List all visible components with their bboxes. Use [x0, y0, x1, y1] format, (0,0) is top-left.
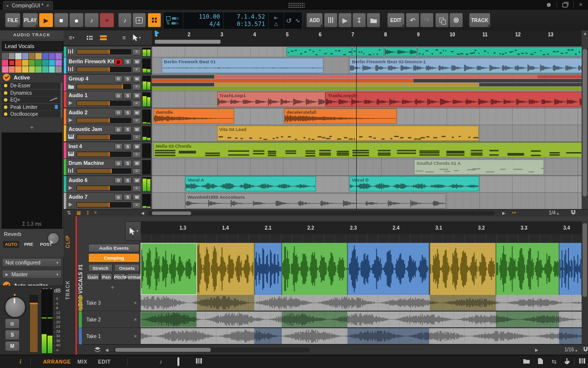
color-swatch[interactable]: [35, 53, 42, 59]
track-menu-button[interactable]: ≡: [132, 101, 141, 107]
track-solo-button[interactable]: S: [123, 109, 132, 116]
record-button[interactable]: ●: [69, 13, 84, 27]
volume-fader[interactable]: [29, 295, 38, 353]
track-volume-fader[interactable]: [76, 84, 131, 89]
comp-segment[interactable]: [430, 243, 496, 295]
color-swatch[interactable]: [42, 53, 49, 59]
track-row[interactable]: Audio 7SM≡: [64, 193, 152, 209]
view-tab-arrange[interactable]: ARRANGE: [43, 359, 71, 365]
comp-segment[interactable]: [496, 243, 560, 295]
track-arm-button[interactable]: [114, 58, 122, 65]
loop-cell[interactable]: ↺ ∿: [284, 12, 302, 29]
device-active-led[interactable]: [4, 91, 7, 95]
track-mute-button[interactable]: M: [133, 92, 141, 99]
take-remove-icon[interactable]: ×: [134, 334, 137, 339]
track-solo-button[interactable]: S: [123, 160, 132, 167]
clip[interactable]: Mella 03 Chords: [153, 142, 588, 158]
color-swatch[interactable]: [35, 60, 42, 66]
track-menu-icon[interactable]: ≡▾: [66, 33, 77, 43]
take-comp-region[interactable]: [197, 295, 254, 311]
record-add-button[interactable]: +: [99, 13, 114, 27]
track-mute-button[interactable]: M: [133, 109, 141, 116]
editor-vscrollbar[interactable]: [582, 221, 588, 344]
device-row[interactable]: De-Esser: [1, 82, 60, 89]
color-swatch[interactable]: [22, 53, 28, 59]
clip[interactable]: Berlin Firework Beat 01: [162, 58, 323, 73]
take-comp-region[interactable]: [282, 312, 347, 327]
take-label[interactable]: Take 3×: [82, 295, 141, 311]
transport-mode-icons[interactable]: ⇅: [164, 12, 183, 29]
comp-segment[interactable]: [347, 243, 429, 295]
track-row[interactable]: Acoustic JamSM≡: [64, 125, 152, 141]
info-icon[interactable]: i: [20, 358, 21, 366]
track-volume-fader[interactable]: [76, 202, 131, 208]
take-comp-region[interactable]: [347, 328, 429, 344]
undo-button[interactable]: ↶: [406, 13, 419, 27]
single-panel-icon[interactable]: [177, 358, 179, 365]
track-arm-button[interactable]: [114, 76, 122, 82]
track-solo-button[interactable]: S: [123, 177, 132, 184]
color-swatch[interactable]: [9, 60, 15, 66]
device-row[interactable]: EQ+: [1, 97, 60, 103]
play-follow-icon[interactable]: ▶: [502, 211, 505, 215]
view-tab-mix[interactable]: MIX: [77, 359, 87, 365]
color-swatch[interactable]: [29, 60, 35, 66]
track-arm-button[interactable]: [114, 109, 122, 116]
clip[interactable]: deceleratefall: [284, 108, 397, 124]
add-device-button[interactable]: +: [0, 124, 64, 131]
instrument-panel-icon[interactable]: [579, 358, 585, 364]
device-row[interactable]: Dynamics: [1, 90, 60, 96]
snap-magnet-icon[interactable]: [583, 347, 588, 353]
clip[interactable]: dwindle: [153, 108, 235, 124]
track-row[interactable]: Berlin Firework KitSM≡: [64, 57, 152, 74]
take-label[interactable]: Take 2×: [82, 312, 141, 328]
file-menu-button[interactable]: FILE: [5, 13, 21, 27]
clip[interactable]: [417, 47, 588, 56]
color-swatch[interactable]: [42, 60, 49, 66]
automation-curve-icon[interactable]: ∿: [295, 17, 300, 24]
touch-mode-icon[interactable]: [564, 358, 570, 366]
punch-in-icon[interactable]: ⇤: [274, 15, 278, 21]
io-swap-icon[interactable]: ⇆: [552, 358, 557, 365]
clip[interactable]: Soulful Chords 01 A: [414, 159, 544, 175]
tempo-cell[interactable]: 110.00 4/4: [183, 12, 223, 29]
device-list-scrollbar[interactable]: [61, 82, 62, 118]
clip[interactable]: Berlin Firework Beat 02-bounce-1: [349, 58, 588, 73]
layers-icon[interactable]: [95, 347, 100, 353]
compare-icon[interactable]: ⇅: [67, 210, 71, 215]
device-active-led[interactable]: [4, 84, 7, 87]
pan-knob[interactable]: [4, 296, 26, 318]
track-solo-button[interactable]: S: [123, 92, 132, 99]
clip[interactable]: Vita 04 Lead: [217, 126, 479, 141]
tab-close-icon[interactable]: ×: [46, 3, 49, 8]
layer-audio-events-button[interactable]: Audio Events: [88, 244, 140, 252]
track-volume-fader[interactable]: [76, 168, 131, 174]
track-volume-fader[interactable]: [76, 67, 131, 72]
take-comp-region[interactable]: [254, 328, 282, 344]
device-row[interactable]: Oscilloscope: [1, 111, 60, 117]
comp-segment[interactable]: [254, 243, 282, 295]
add-audio-button[interactable]: ▶: [338, 13, 352, 27]
track-row[interactable]: Group 4SM≡: [64, 75, 152, 91]
track-volume-fader[interactable]: [76, 49, 131, 54]
time-signature[interactable]: 4/4: [183, 21, 223, 28]
clip[interactable]: TrashLoop2b: [325, 92, 588, 107]
device-active-led[interactable]: [4, 98, 7, 102]
scroll-up-icon[interactable]: ▲: [583, 31, 587, 36]
track-volume-fader[interactable]: [76, 134, 131, 140]
grid-view-icon[interactable]: [84, 33, 95, 43]
track-arm-button[interactable]: [114, 143, 122, 150]
take-waveform[interactable]: [141, 328, 582, 344]
editor-hscrollbar[interactable]: [114, 347, 310, 352]
tab-clip[interactable]: CLIP: [65, 235, 71, 248]
track-menu-button[interactable]: ≡: [132, 185, 141, 192]
note-io-icon[interactable]: ♪: [159, 358, 162, 365]
overdub-button[interactable]: ♪: [84, 13, 99, 27]
track-mute-button[interactable]: M: [133, 126, 141, 133]
clip[interactable]: TrashLoop1: [217, 92, 326, 107]
track-arm-button[interactable]: [114, 92, 122, 99]
track-menu-button[interactable]: ≡: [132, 134, 141, 141]
color-swatch[interactable]: [35, 66, 42, 73]
color-swatch[interactable]: [22, 60, 28, 66]
add-menu-button[interactable]: ADD: [306, 13, 323, 27]
